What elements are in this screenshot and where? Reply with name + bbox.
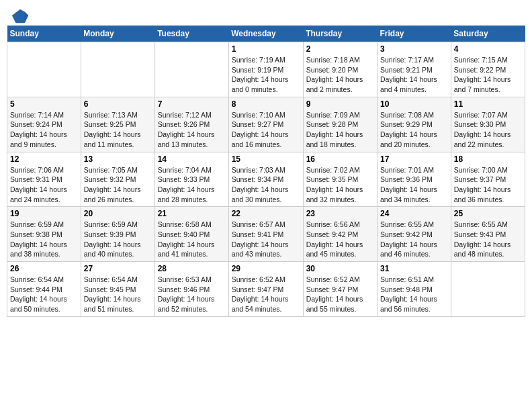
day-number: 20 — [84, 209, 152, 218]
calendar-cell: 14Sunrise: 7:04 AMSunset: 9:33 PMDayligh… — [154, 152, 228, 207]
day-number: 16 — [306, 154, 374, 164]
day-number: 26 — [10, 264, 78, 273]
cell-info: Sunrise: 6:55 AMSunset: 9:43 PMDaylight:… — [454, 220, 522, 259]
calendar-cell: 31Sunrise: 6:51 AMSunset: 9:48 PMDayligh… — [378, 262, 451, 317]
calendar-cell — [81, 42, 154, 97]
cell-info: Sunrise: 6:53 AMSunset: 9:46 PMDaylight:… — [158, 275, 226, 314]
header-wednesday: Wednesday — [228, 26, 303, 42]
cell-info: Sunrise: 7:04 AMSunset: 9:33 PMDaylight:… — [158, 165, 226, 205]
calendar-cell: 21Sunrise: 6:58 AMSunset: 9:40 PMDayligh… — [154, 207, 228, 262]
calendar-cell: 17Sunrise: 7:01 AMSunset: 9:36 PMDayligh… — [378, 152, 451, 207]
calendar-cell: 13Sunrise: 7:05 AMSunset: 9:32 PMDayligh… — [81, 152, 154, 207]
cell-info: Sunrise: 7:06 AMSunset: 9:31 PMDaylight:… — [10, 165, 78, 205]
cell-info: Sunrise: 6:52 AMSunset: 9:47 PMDaylight:… — [306, 275, 374, 314]
day-number: 5 — [10, 99, 78, 109]
day-number: 18 — [454, 154, 522, 164]
cell-info: Sunrise: 7:09 AMSunset: 9:28 PMDaylight:… — [306, 110, 374, 150]
cell-info: Sunrise: 7:00 AMSunset: 9:37 PMDaylight:… — [454, 165, 522, 205]
header-monday: Monday — [81, 26, 154, 42]
week-row-3: 12Sunrise: 7:06 AMSunset: 9:31 PMDayligh… — [7, 152, 525, 207]
calendar-cell: 29Sunrise: 6:52 AMSunset: 9:47 PMDayligh… — [228, 262, 303, 317]
day-number: 4 — [454, 44, 522, 54]
calendar-cell: 26Sunrise: 6:54 AMSunset: 9:44 PMDayligh… — [7, 262, 81, 317]
cell-info: Sunrise: 7:13 AMSunset: 9:25 PMDaylight:… — [84, 110, 152, 150]
header-saturday: Saturday — [451, 26, 525, 42]
cell-info: Sunrise: 6:54 AMSunset: 9:44 PMDaylight:… — [10, 275, 78, 314]
day-number: 6 — [84, 99, 152, 109]
day-number: 29 — [232, 264, 300, 273]
week-row-2: 5Sunrise: 7:14 AMSunset: 9:24 PMDaylight… — [7, 97, 525, 152]
calendar-cell: 4Sunrise: 7:15 AMSunset: 9:22 PMDaylight… — [451, 42, 525, 97]
cell-info: Sunrise: 7:02 AMSunset: 9:35 PMDaylight:… — [306, 165, 374, 205]
calendar-cell — [154, 42, 228, 97]
cell-info: Sunrise: 6:59 AMSunset: 9:38 PMDaylight:… — [10, 220, 78, 259]
header-friday: Friday — [378, 26, 451, 42]
cell-info: Sunrise: 7:08 AMSunset: 9:29 PMDaylight:… — [380, 110, 448, 150]
day-number: 8 — [232, 99, 300, 109]
calendar-cell: 25Sunrise: 6:55 AMSunset: 9:43 PMDayligh… — [451, 207, 525, 262]
cell-info: Sunrise: 6:54 AMSunset: 9:45 PMDaylight:… — [84, 275, 152, 314]
calendar-cell: 19Sunrise: 6:59 AMSunset: 9:38 PMDayligh… — [7, 207, 81, 262]
week-row-4: 19Sunrise: 6:59 AMSunset: 9:38 PMDayligh… — [7, 207, 525, 262]
calendar-cell: 15Sunrise: 7:03 AMSunset: 9:34 PMDayligh… — [228, 152, 303, 207]
calendar-cell: 3Sunrise: 7:17 AMSunset: 9:21 PMDaylight… — [378, 42, 451, 97]
cell-info: Sunrise: 6:58 AMSunset: 9:40 PMDaylight:… — [158, 220, 226, 259]
header-sunday: Sunday — [7, 26, 81, 42]
day-number: 30 — [306, 264, 374, 273]
day-number: 27 — [84, 264, 152, 273]
calendar-cell: 16Sunrise: 7:02 AMSunset: 9:35 PMDayligh… — [303, 152, 377, 207]
cell-info: Sunrise: 6:57 AMSunset: 9:41 PMDaylight:… — [232, 220, 300, 259]
day-number: 15 — [232, 154, 300, 164]
calendar-cell: 8Sunrise: 7:10 AMSunset: 9:27 PMDaylight… — [228, 97, 303, 152]
calendar-cell: 23Sunrise: 6:56 AMSunset: 9:42 PMDayligh… — [303, 207, 377, 262]
calendar-cell: 27Sunrise: 6:54 AMSunset: 9:45 PMDayligh… — [81, 262, 154, 317]
cell-info: Sunrise: 6:59 AMSunset: 9:39 PMDaylight:… — [84, 220, 152, 259]
cell-info: Sunrise: 7:01 AMSunset: 9:36 PMDaylight:… — [380, 165, 448, 205]
header-tuesday: Tuesday — [154, 26, 228, 42]
day-number: 21 — [158, 209, 226, 218]
day-number: 10 — [380, 99, 448, 109]
week-row-1: 1Sunrise: 7:19 AMSunset: 9:19 PMDaylight… — [7, 42, 525, 97]
logo-icon — [11, 7, 30, 26]
calendar-cell — [7, 42, 81, 97]
day-number: 14 — [158, 154, 226, 164]
day-number: 7 — [158, 99, 226, 109]
calendar-cell: 20Sunrise: 6:59 AMSunset: 9:39 PMDayligh… — [81, 207, 154, 262]
calendar-cell — [451, 262, 525, 317]
cell-info: Sunrise: 7:15 AMSunset: 9:22 PMDaylight:… — [454, 55, 522, 95]
day-number: 11 — [454, 99, 522, 109]
cell-info: Sunrise: 7:03 AMSunset: 9:34 PMDaylight:… — [232, 165, 300, 205]
cell-info: Sunrise: 6:56 AMSunset: 9:42 PMDaylight:… — [306, 220, 374, 259]
cell-info: Sunrise: 6:51 AMSunset: 9:48 PMDaylight:… — [380, 275, 448, 314]
cell-info: Sunrise: 7:18 AMSunset: 9:20 PMDaylight:… — [306, 55, 374, 95]
calendar-cell: 22Sunrise: 6:57 AMSunset: 9:41 PMDayligh… — [228, 207, 303, 262]
calendar-cell: 10Sunrise: 7:08 AMSunset: 9:29 PMDayligh… — [378, 97, 451, 152]
day-number: 1 — [232, 44, 300, 54]
calendar-cell: 18Sunrise: 7:00 AMSunset: 9:37 PMDayligh… — [451, 152, 525, 207]
day-number: 25 — [454, 209, 522, 218]
calendar-cell: 9Sunrise: 7:09 AMSunset: 9:28 PMDaylight… — [303, 97, 377, 152]
calendar-cell: 12Sunrise: 7:06 AMSunset: 9:31 PMDayligh… — [7, 152, 81, 207]
calendar-cell: 28Sunrise: 6:53 AMSunset: 9:46 PMDayligh… — [154, 262, 228, 317]
calendar-cell: 7Sunrise: 7:12 AMSunset: 9:26 PMDaylight… — [154, 97, 228, 152]
calendar-cell: 11Sunrise: 7:07 AMSunset: 9:30 PMDayligh… — [451, 97, 525, 152]
svg-marker-2 — [25, 11, 29, 23]
day-number: 22 — [232, 209, 300, 218]
cell-info: Sunrise: 7:14 AMSunset: 9:24 PMDaylight:… — [10, 110, 78, 150]
logo — [9, 7, 30, 23]
day-number: 13 — [84, 154, 152, 164]
day-number: 19 — [10, 209, 78, 218]
day-number: 23 — [306, 209, 374, 218]
page-header — [7, 7, 525, 23]
cell-info: Sunrise: 7:05 AMSunset: 9:32 PMDaylight:… — [84, 165, 152, 205]
cell-info: Sunrise: 6:52 AMSunset: 9:47 PMDaylight:… — [232, 275, 300, 314]
calendar-cell: 1Sunrise: 7:19 AMSunset: 9:19 PMDaylight… — [228, 42, 303, 97]
cell-info: Sunrise: 7:17 AMSunset: 9:21 PMDaylight:… — [380, 55, 448, 95]
cell-info: Sunrise: 7:12 AMSunset: 9:26 PMDaylight:… — [158, 110, 226, 150]
cell-info: Sunrise: 7:07 AMSunset: 9:30 PMDaylight:… — [454, 110, 522, 150]
cell-info: Sunrise: 6:55 AMSunset: 9:42 PMDaylight:… — [380, 220, 448, 259]
day-number: 31 — [380, 264, 448, 273]
week-row-5: 26Sunrise: 6:54 AMSunset: 9:44 PMDayligh… — [7, 262, 525, 317]
day-number: 28 — [158, 264, 226, 273]
day-number: 17 — [380, 154, 448, 164]
